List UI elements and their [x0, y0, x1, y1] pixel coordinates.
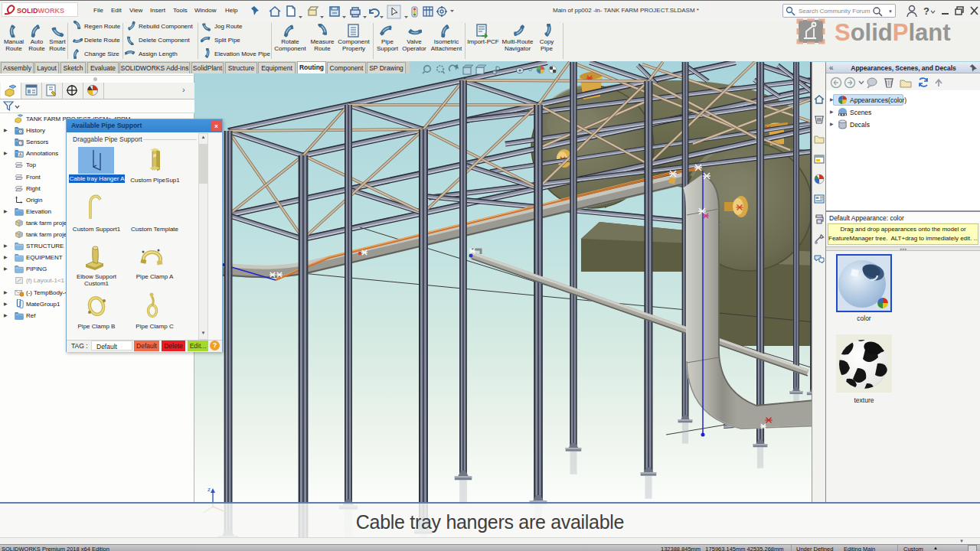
svg-text:A: A: [19, 152, 22, 157]
svg-text:z: z: [207, 486, 211, 493]
svg-text:?: ?: [923, 5, 929, 17]
svg-text:SolidPlant: SolidPlant: [835, 19, 951, 46]
